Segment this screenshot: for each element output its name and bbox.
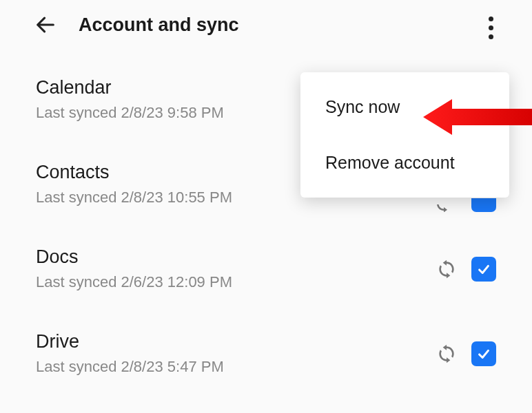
menu-item-remove-account[interactable]: Remove account bbox=[300, 135, 509, 191]
sync-item-drive[interactable]: Drive Last synced 2/8/23 5:47 PM bbox=[36, 331, 496, 376]
sync-toggle-checkbox[interactable] bbox=[471, 257, 496, 282]
item-subtitle: Last synced 2/6/23 12:09 PM bbox=[36, 273, 496, 291]
sync-icon-peek bbox=[433, 204, 454, 212]
sync-status-icon bbox=[436, 343, 458, 365]
back-arrow-icon bbox=[34, 13, 57, 36]
sync-item-docs[interactable]: Docs Last synced 2/6/23 12:09 PM bbox=[36, 246, 496, 291]
check-icon bbox=[476, 346, 491, 361]
item-controls bbox=[436, 341, 496, 366]
more-options-button[interactable] bbox=[477, 14, 504, 41]
item-controls bbox=[436, 257, 496, 282]
dot-icon bbox=[489, 34, 493, 39]
sync-status-icon bbox=[436, 258, 458, 280]
item-subtitle: Last synced 2/8/23 5:47 PM bbox=[36, 358, 496, 376]
dot-icon bbox=[489, 25, 493, 30]
check-icon bbox=[476, 262, 491, 277]
item-title: Docs bbox=[36, 246, 496, 268]
back-button[interactable] bbox=[32, 11, 59, 39]
item-title: Drive bbox=[36, 331, 496, 352]
page-title: Account and sync bbox=[79, 14, 239, 36]
checkbox-peek bbox=[471, 198, 496, 212]
menu-item-sync-now[interactable]: Sync now bbox=[300, 79, 509, 135]
app-header: Account and sync bbox=[0, 0, 532, 50]
sync-toggle-checkbox[interactable] bbox=[471, 341, 496, 366]
dot-icon bbox=[489, 17, 493, 21]
options-popup-menu: Sync now Remove account bbox=[300, 72, 509, 198]
